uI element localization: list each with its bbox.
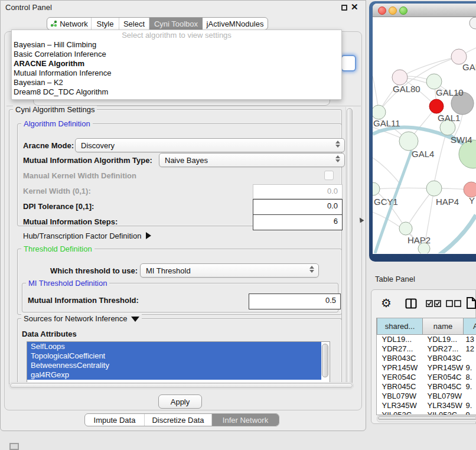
mac-close-icon[interactable] xyxy=(378,6,386,15)
tab-select[interactable]: Select xyxy=(119,18,149,30)
mi-algorithm-type-combobox[interactable]: Naive Bayes xyxy=(159,153,345,167)
dropdown-item-dream8[interactable]: Dream8 DC_TDC Algorithm xyxy=(12,87,341,97)
cell[interactable]: YBL079W xyxy=(377,392,423,401)
tab-infer-network[interactable]: Infer Network xyxy=(212,414,279,426)
table-row[interactable]: YBL079WYBL079W xyxy=(377,392,476,401)
list-scrollbar[interactable] xyxy=(322,344,328,377)
tab-impute-data[interactable]: Impute Data xyxy=(85,414,145,426)
scrollbar-thumb[interactable] xyxy=(347,108,353,386)
combobox-value: MI Threshold xyxy=(146,266,191,275)
sources-group-title[interactable]: Sources for Network Inference xyxy=(21,314,142,323)
manual-kernel-width-checkbox[interactable] xyxy=(324,171,334,180)
tab-cyni-toolbox[interactable]: Cyni Toolbox xyxy=(149,18,203,30)
dropdown-item-bayesian-hill-climbing[interactable]: Bayesian – Hill Climbing xyxy=(12,40,341,50)
dropdown-item-bayesian-k2[interactable]: Bayesian – K2 xyxy=(12,78,341,87)
algorithm-combobox-focus-fragment[interactable] xyxy=(341,55,356,71)
dpi-tolerance-field[interactable]: 0.0 xyxy=(253,199,343,215)
close-icon[interactable]: ✕ xyxy=(351,2,358,12)
cell[interactable]: YLR345W xyxy=(423,401,464,410)
cell[interactable]: 12 xyxy=(464,344,476,354)
cell[interactable] xyxy=(464,392,476,401)
settings-vertical-scrollbar[interactable] xyxy=(345,107,353,389)
tab-jactivemnodules[interactable]: jActiveMNodules xyxy=(203,18,268,30)
cell[interactable]: YDL19... xyxy=(377,335,423,345)
float-window-icon[interactable] xyxy=(341,5,347,11)
cell[interactable]: YER054C xyxy=(423,373,464,382)
network-node-hap4[interactable] xyxy=(426,181,442,196)
network-node-gal11[interactable] xyxy=(373,105,386,119)
list-item-gal4rgexp[interactable]: gal4RGexp xyxy=(27,370,321,380)
network-node-hap2[interactable] xyxy=(399,222,412,235)
list-item-betweennesscentrality[interactable]: BetweennessCentrality xyxy=(27,361,321,370)
settings-horizontal-scrollbar[interactable] xyxy=(9,382,354,389)
table-row[interactable]: YPR145WYPR145W9. xyxy=(377,363,476,373)
cell[interactable]: YIL052C xyxy=(423,410,464,415)
tab-discretize-data[interactable]: Discretize Data xyxy=(145,414,212,426)
cell[interactable]: YER054C xyxy=(377,373,423,382)
cell[interactable]: YBR045C xyxy=(423,382,464,392)
cell[interactable]: YBL079W xyxy=(423,392,464,401)
aracne-mode-combobox[interactable]: Discovery xyxy=(75,138,345,152)
group-title: Algorithm Definition xyxy=(21,119,93,128)
network-node-gal4[interactable] xyxy=(399,132,418,151)
unchecked-boxes-icon[interactable] xyxy=(446,300,461,307)
mac-zoom-icon[interactable] xyxy=(399,6,407,15)
node-label: GAL1 xyxy=(438,113,460,123)
cell[interactable]: 13 xyxy=(464,335,476,345)
cell[interactable]: YBR043C xyxy=(377,354,423,363)
column-header-partial[interactable]: A xyxy=(464,318,476,335)
network-node[interactable] xyxy=(470,17,476,29)
list-item-topologicalcoefficient[interactable]: TopologicalCoefficient xyxy=(27,351,321,361)
network-view-window[interactable]: GAL GAL80 GAL10 GAL1 GAL11 SWI4 GAL4 GCY… xyxy=(369,1,476,262)
column-header-shared-name[interactable]: shared... xyxy=(377,318,423,335)
cell[interactable]: YBR045C xyxy=(377,382,423,392)
scrollbar-thumb[interactable] xyxy=(10,383,353,388)
table-row[interactable]: YDL19...YDL19...13 xyxy=(377,335,476,345)
cell[interactable]: 9. xyxy=(464,410,476,415)
gear-icon[interactable]: ⚙ xyxy=(381,297,392,309)
list-item-selfloops[interactable]: SelfLoops xyxy=(27,342,321,351)
mi-steps-field[interactable]: 6 xyxy=(253,214,343,230)
table-row[interactable]: YIL052CYIL052C9. xyxy=(377,410,476,415)
dropdown-item-mutual-information[interactable]: Mutual Information Inference xyxy=(12,69,341,78)
dropdown-item-basic-correlation[interactable]: Basic Correlation Inference xyxy=(12,50,341,59)
mac-minimize-icon[interactable] xyxy=(389,6,397,15)
cell[interactable] xyxy=(464,354,476,363)
collapsed-panel-icon[interactable] xyxy=(9,443,19,450)
cell[interactable]: YPR145W xyxy=(377,363,423,373)
cell[interactable]: YLR345W xyxy=(377,401,423,410)
columns-icon[interactable] xyxy=(405,298,417,309)
cell[interactable]: 9. xyxy=(464,401,476,410)
cell[interactable]: YPR145W xyxy=(423,363,464,373)
table-row[interactable]: YBR043CYBR043C xyxy=(377,354,476,363)
table-horizontal-scrollbar[interactable] xyxy=(377,415,476,422)
network-canvas[interactable]: GAL GAL80 GAL10 GAL1 GAL11 SWI4 GAL4 GCY… xyxy=(373,17,476,254)
kernel-width-field[interactable]: 0.0 xyxy=(253,184,343,199)
tab-network[interactable]: Network xyxy=(47,18,92,30)
dropdown-item-aracne[interactable]: ARACNE Algorithm xyxy=(12,59,341,69)
cell[interactable]: YBR043C xyxy=(423,354,464,363)
network-view-titlebar[interactable] xyxy=(373,4,476,17)
cell[interactable]: 9. xyxy=(464,363,476,373)
cell[interactable]: 8. xyxy=(464,373,476,382)
cell[interactable]: YIL052C xyxy=(377,410,423,415)
cell[interactable]: YDR27... xyxy=(423,344,464,354)
table-row[interactable]: YER054CYER054C8. xyxy=(377,373,476,382)
tab-style[interactable]: Style xyxy=(92,18,119,30)
apply-button[interactable]: Apply xyxy=(158,394,202,409)
network-node-gal80[interactable] xyxy=(392,70,407,85)
table-row[interactable]: YBR045CYBR045C9. xyxy=(377,382,476,392)
mi-threshold-field[interactable]: 0.5 xyxy=(249,294,341,309)
table-row[interactable]: YDR27...YDR27...12 xyxy=(377,344,476,354)
table-row[interactable]: YLR345WYLR345W9. xyxy=(377,401,476,410)
column-header-name[interactable]: name xyxy=(423,318,464,335)
checked-boxes-icon[interactable] xyxy=(426,300,441,307)
hub-factor-expander[interactable]: Hub/Transcription Factor Definition xyxy=(23,231,151,240)
cell[interactable]: YDR27... xyxy=(377,344,423,354)
document-icon[interactable] xyxy=(466,296,476,309)
cell[interactable]: 9. xyxy=(464,382,476,392)
scrollbar-thumb[interactable] xyxy=(378,416,476,420)
network-node-gal1-red[interactable] xyxy=(429,99,444,113)
which-threshold-combobox[interactable]: MI Threshold xyxy=(140,263,319,278)
cell[interactable]: YDL19... xyxy=(423,335,464,345)
